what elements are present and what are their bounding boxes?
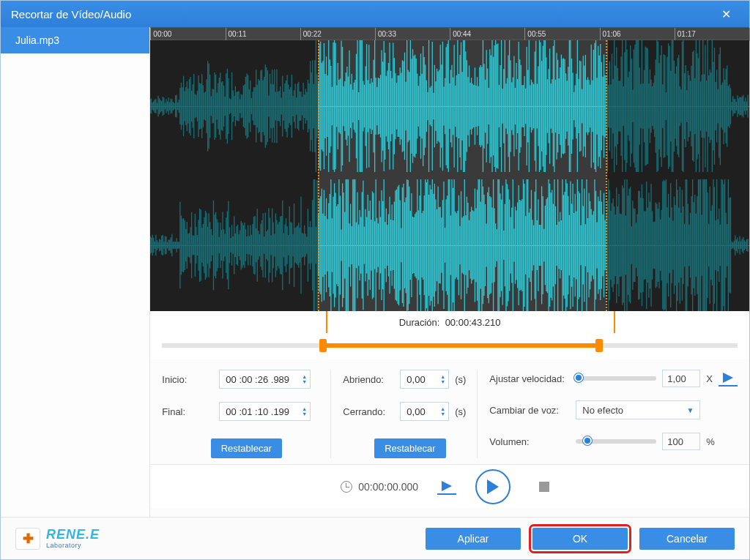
svg-marker-2	[487, 479, 499, 494]
trim-column: Inicio: ▲▼ Final: ▲▼ R	[162, 370, 330, 458]
logo-line2: Laboratory	[46, 542, 100, 549]
speed-slider[interactable]	[576, 376, 656, 381]
seconds-unit: (s)	[455, 374, 466, 385]
svg-rect-3	[539, 482, 549, 492]
waveform-panel: 00:0000:1100:2200:3300:4400:5501:0601:17…	[150, 27, 749, 359]
svg-marker-0	[723, 373, 733, 383]
fadein-label: Abriendo:	[343, 374, 394, 385]
range-handle-start[interactable]	[319, 339, 327, 352]
volume-suffix: %	[706, 436, 715, 447]
time-ruler[interactable]: 00:0000:1100:2200:3300:4400:5501:0601:17…	[150, 27, 749, 40]
speed-value[interactable]: 1,00	[662, 370, 700, 387]
spinner-up-icon[interactable]: ▲	[302, 374, 307, 379]
speed-label: Ajustar velocidad:	[489, 373, 570, 384]
voice-select[interactable]: No efecto ▼	[576, 400, 700, 419]
volume-value[interactable]: 100	[662, 433, 700, 450]
spinner-down-icon[interactable]: ▼	[440, 379, 445, 384]
selection-dim-left	[150, 40, 318, 311]
playback-bar: 00:00:00.000	[150, 464, 749, 508]
brand-logo: ✚ RENE.E Laboratory	[15, 528, 100, 550]
footer: ✚ RENE.E Laboratory Aplicar OK Cancelar	[1, 517, 749, 559]
selection-marker-start[interactable]	[318, 40, 319, 311]
speed-preview-play-icon[interactable]	[719, 370, 738, 387]
main-panel: 00:0000:1100:2200:3300:4400:5501:0601:17…	[150, 27, 749, 517]
file-sidebar: Julia.mp3	[1, 27, 150, 517]
apply-button[interactable]: Aplicar	[426, 528, 521, 550]
chevron-down-icon: ▼	[686, 406, 694, 414]
play-button[interactable]	[475, 469, 510, 504]
end-time-input[interactable]: ▲▼	[219, 402, 311, 421]
stop-button[interactable]	[530, 472, 559, 501]
selection-dim-right	[606, 40, 749, 311]
svg-marker-1	[442, 481, 452, 491]
spinner-down-icon[interactable]: ▼	[302, 379, 307, 384]
range-slider[interactable]	[150, 333, 749, 359]
playback-time: 00:00:00.000	[358, 481, 418, 493]
window-title: Recortar de Vídeo/Audio	[11, 8, 713, 20]
range-rail	[162, 343, 738, 348]
file-item[interactable]: Julia.mp3	[1, 27, 149, 53]
spinner-down-icon[interactable]: ▼	[440, 411, 445, 417]
logo-line1: RENE.E	[46, 528, 100, 541]
spinner-up-icon[interactable]: ▲	[440, 406, 445, 411]
seek-start-icon[interactable]	[437, 479, 456, 495]
clock-icon	[341, 481, 352, 493]
controls-row: Inicio: ▲▼ Final: ▲▼ R	[150, 359, 749, 464]
voice-label: Cambiar de voz:	[489, 405, 570, 416]
end-label: Final:	[162, 406, 213, 417]
start-time-input[interactable]: ▲▼	[219, 370, 311, 389]
fadein-input[interactable]: ▲▼	[400, 370, 449, 389]
spinner-up-icon[interactable]: ▲	[302, 406, 307, 411]
voice-value: No efecto	[582, 405, 623, 416]
reset-fade-button[interactable]: Restablecar	[374, 438, 445, 458]
fadeout-input[interactable]: ▲▼	[400, 402, 449, 421]
volume-slider[interactable]	[576, 439, 656, 444]
playback-clock: 00:00:00.000	[341, 481, 418, 493]
duration-label: Duración:	[399, 317, 440, 328]
selection-marker-end[interactable]	[606, 40, 607, 311]
reset-trim-button[interactable]: Restablecar	[211, 438, 282, 458]
duration-value: 00:00:43.210	[445, 317, 501, 328]
fadeout-label: Cerrando:	[343, 406, 394, 417]
range-handle-end[interactable]	[595, 339, 603, 352]
start-label: Inicio:	[162, 374, 213, 385]
volume-label: Volumen:	[489, 436, 570, 447]
fade-column: Abriendo: ▲▼ (s) Cerrando: ▲▼ (s	[330, 370, 477, 458]
seconds-unit: (s)	[455, 406, 466, 417]
titlebar: Recortar de Vídeo/Audio ✕	[1, 1, 749, 27]
close-icon[interactable]: ✕	[713, 7, 739, 21]
waveform-area[interactable]	[150, 40, 749, 311]
logo-badge-icon: ✚	[15, 528, 40, 550]
speed-suffix: X	[706, 373, 713, 384]
duration-bar: Duración: 00:00:43.210	[150, 311, 749, 333]
cancel-button[interactable]: Cancelar	[639, 528, 735, 550]
spinner-down-icon[interactable]: ▼	[302, 411, 307, 417]
body: Julia.mp3 00:0000:1100:2200:3300:4400:55…	[1, 27, 749, 517]
app-window: Recortar de Vídeo/Audio ✕ Julia.mp3 00:0…	[0, 0, 750, 560]
spinner-up-icon[interactable]: ▲	[440, 374, 445, 379]
ok-button[interactable]: OK	[532, 528, 628, 550]
effects-column: Ajustar velocidad: 1,00 X Cambiar de voz…	[477, 370, 738, 458]
